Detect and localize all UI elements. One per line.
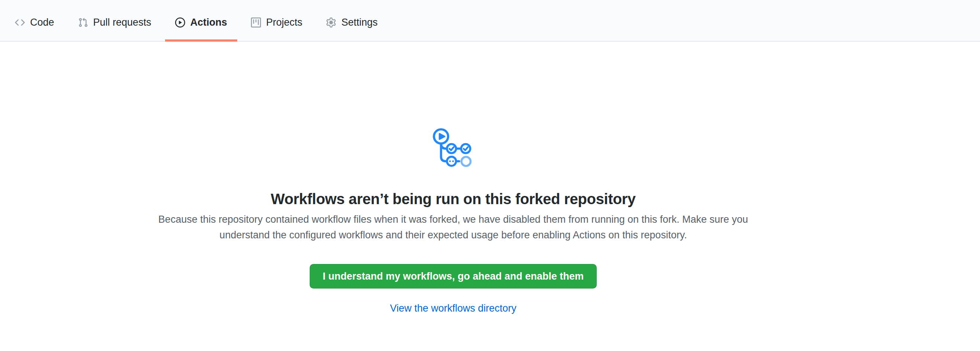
- view-workflows-directory-link[interactable]: View the workflows directory: [390, 303, 516, 314]
- tab-label: Code: [30, 17, 54, 27]
- tab-settings[interactable]: Settings: [316, 0, 388, 41]
- repo-nav: Code Pull requests Actions Projects Sett…: [0, 0, 980, 42]
- pull-request-icon: [78, 17, 88, 27]
- workflows-directory-link-row: View the workflows directory: [137, 303, 769, 314]
- actions-blankslate-page: Workflows aren’t being run on this forke…: [0, 42, 980, 314]
- play-circle-icon: [175, 17, 185, 27]
- blankslate-description: Because this repository contained workfl…: [154, 211, 752, 243]
- tab-actions[interactable]: Actions: [165, 0, 237, 41]
- tab-code[interactable]: Code: [5, 0, 64, 41]
- tab-label: Projects: [266, 17, 302, 27]
- tab-label: Actions: [190, 17, 227, 27]
- enable-workflows-button[interactable]: I understand my workflows, go ahead and …: [310, 264, 597, 289]
- tab-label: Settings: [341, 17, 378, 27]
- project-icon: [251, 17, 261, 27]
- tab-projects[interactable]: Projects: [241, 0, 313, 41]
- tab-label: Pull requests: [93, 17, 151, 27]
- code-icon: [15, 17, 25, 27]
- gear-icon: [326, 17, 336, 27]
- blankslate: Workflows aren’t being run on this forke…: [137, 42, 769, 314]
- tab-pull-requests[interactable]: Pull requests: [68, 0, 161, 41]
- blankslate-title: Workflows aren’t being run on this forke…: [137, 189, 769, 209]
- workflow-graph-icon: [431, 124, 475, 172]
